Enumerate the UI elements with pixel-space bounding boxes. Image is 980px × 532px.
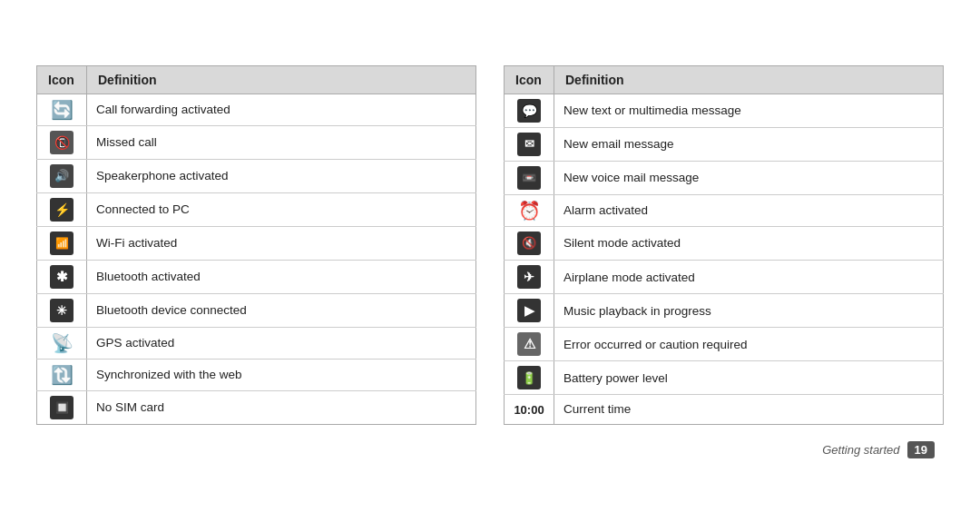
sync-icon: 🔃 — [51, 365, 74, 385]
table-row: 10:00 Current time — [505, 395, 944, 424]
icon-cell: 📶 — [37, 226, 87, 260]
icon-cell: ⚠ — [505, 328, 554, 361]
table-row: ✉ New email message — [505, 127, 944, 161]
table-row: 🔊 Speakerphone activated — [37, 159, 476, 192]
speakerphone-icon: 🔊 — [50, 165, 74, 183]
bluetooth-icon: ✱ — [50, 267, 74, 285]
definition-cell: New voice mail message — [554, 161, 944, 194]
message-icon: 💬 — [517, 101, 541, 119]
silent-icon: 🔇 — [517, 232, 541, 251]
battery-icon: 🔋 — [517, 368, 541, 386]
icon-cell: 📼 — [505, 161, 554, 194]
music-icon: ▶ — [517, 300, 541, 319]
icon-cell: ✱ — [37, 260, 87, 293]
table-row: 💬 New text or multimedia message — [505, 94, 944, 127]
icon-cell: ⚡ — [37, 192, 87, 226]
gps-icon: 📡 — [51, 333, 74, 353]
table-row: 🔇 Silent mode activated — [505, 226, 944, 260]
icon-cell: 📡 — [37, 327, 87, 359]
definition-cell: Silent mode activated — [554, 226, 944, 260]
icon-cell: 🔄 — [37, 94, 87, 125]
footer: Getting started 19 — [36, 441, 944, 458]
footer-text: Getting started — [822, 443, 899, 457]
table-row: ✈ Airplane mode activated — [505, 260, 944, 293]
left-col2-header: Definition — [87, 65, 476, 94]
page-number: 19 — [907, 441, 935, 458]
table-row: 🔄 Call forwarding activated — [37, 94, 476, 125]
table-row: 📵 Missed call — [37, 125, 476, 159]
table-row: 📶 Wi-Fi activated — [37, 226, 476, 260]
definition-cell: No SIM card — [87, 390, 476, 424]
table-row: 🔃 Synchronized with the web — [37, 359, 476, 390]
table-row: ⚠ Error occurred or caution required — [505, 328, 944, 361]
definition-cell: Music playback in progress — [554, 294, 944, 328]
left-col1-header: Icon — [37, 65, 87, 94]
definition-cell: Wi-Fi activated — [87, 226, 476, 260]
voicemail-icon: 📼 — [517, 167, 541, 185]
right-col1-header: Icon — [505, 65, 554, 94]
wifi-icon: 📶 — [50, 232, 74, 251]
definition-cell: Speakerphone activated — [87, 159, 476, 192]
definition-cell: Synchronized with the web — [87, 359, 476, 390]
table-row: ✱ Bluetooth activated — [37, 260, 476, 293]
airplane-icon: ✈ — [517, 267, 541, 285]
table-row: 🔋 Battery power level — [505, 361, 944, 395]
bluetooth-connected-icon: ✳ — [50, 300, 74, 319]
icon-cell: 🔇 — [505, 226, 554, 260]
alarm-icon: ⏰ — [518, 201, 541, 221]
table-row: ⚡ Connected to PC — [37, 192, 476, 226]
icon-cell: ▶ — [505, 294, 554, 328]
icon-cell: 🔋 — [505, 361, 554, 395]
icon-cell: 💬 — [505, 94, 554, 127]
table-row: 🔲 No SIM card — [37, 390, 476, 424]
table-row: ✳ Bluetooth device connected — [37, 293, 476, 327]
definition-cell: Current time — [554, 395, 944, 424]
right-table: Icon Definition 💬 New text or multimedia… — [504, 65, 944, 425]
table-row: ⏰ Alarm activated — [505, 194, 944, 226]
definition-cell: Bluetooth device connected — [87, 293, 476, 327]
table-row: 📡 GPS activated — [37, 327, 476, 359]
table-row: 📼 New voice mail message — [505, 161, 944, 194]
icon-cell: 🔊 — [37, 159, 87, 192]
icon-cell: 10:00 — [505, 395, 554, 424]
icon-cell: ✈ — [505, 260, 554, 293]
definition-cell: Call forwarding activated — [87, 94, 476, 125]
usb-icon: ⚡ — [50, 200, 74, 218]
no-sim-icon: 🔲 — [50, 397, 74, 415]
definition-cell: GPS activated — [87, 327, 476, 359]
icon-cell: 🔃 — [37, 359, 87, 390]
icon-cell: ✉ — [505, 127, 554, 161]
call-forward-icon: 🔄 — [51, 100, 74, 120]
missed-call-icon: 📵 — [50, 133, 74, 151]
time-icon: 10:00 — [514, 403, 544, 417]
icon-cell: ⏰ — [505, 194, 554, 226]
definition-cell: Airplane mode activated — [554, 260, 944, 293]
definition-cell: Missed call — [87, 125, 476, 159]
definition-cell: Connected to PC — [87, 192, 476, 226]
definition-cell: Bluetooth activated — [87, 260, 476, 293]
tables-wrapper: Icon Definition 🔄 Call forwarding activa… — [36, 65, 944, 425]
definition-cell: Error occurred or caution required — [554, 328, 944, 361]
definition-cell: Battery power level — [554, 361, 944, 395]
right-col2-header: Definition — [554, 65, 944, 94]
definition-cell: Alarm activated — [554, 194, 944, 226]
table-row: ▶ Music playback in progress — [505, 294, 944, 328]
definition-cell: New text or multimedia message — [554, 94, 944, 127]
definition-cell: New email message — [554, 127, 944, 161]
icon-cell: 🔲 — [37, 390, 87, 424]
error-icon: ⚠ — [517, 334, 541, 352]
icon-cell: ✳ — [37, 293, 87, 327]
email-icon: ✉ — [517, 133, 541, 152]
left-table: Icon Definition 🔄 Call forwarding activa… — [36, 65, 476, 425]
icon-cell: 📵 — [37, 125, 87, 159]
